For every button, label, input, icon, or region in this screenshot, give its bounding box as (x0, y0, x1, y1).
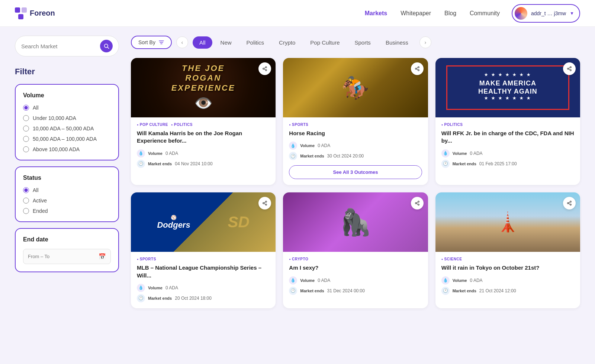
volume-radio-above100k[interactable] (23, 146, 29, 152)
logo-icon (15, 7, 27, 19)
share-icon (415, 66, 420, 71)
content-area: Sort By ‹ All New Politics Crypto Pop Cu… (131, 36, 580, 308)
card-tag: Politics (171, 123, 193, 127)
market-card: ★ ★ ★ ★ ★ ★ ★ MAKE AMERICA HEALTHY AGAIN… (435, 58, 580, 185)
header: Foreon Markets Whitepaper Blog Community… (0, 0, 595, 27)
search-button[interactable] (100, 40, 113, 52)
card-tags: Politics (441, 123, 574, 127)
card-tags: Science (441, 257, 574, 261)
category-tabs: All New Politics Crypto Pop Culture Spor… (193, 36, 415, 49)
volume-radio-under10k[interactable] (23, 115, 29, 121)
market-card: 🗼 Science Will it rain in Tokyo on (435, 192, 580, 308)
card-meta: 💧 Volume 0 ADA 🕐 Market ends 01 Feb 2025… (441, 149, 574, 168)
svg-line-11 (264, 69, 266, 70)
main-layout: Filter Volume All Under 10,000 ADA 10,00… (0, 27, 595, 317)
share-icon (262, 66, 267, 71)
volume-filter: Volume All Under 10,000 ADA 10,000 ADA –… (15, 84, 119, 160)
tab-all[interactable]: All (193, 36, 212, 49)
card-image: THE JOEROGANEXPERIENCE 👁️ (131, 58, 276, 117)
share-icon (567, 201, 572, 206)
nav-whitepaper[interactable]: Whitepaper (401, 10, 431, 17)
volume-icon: 💧 (441, 149, 450, 157)
category-prev-button[interactable]: ‹ (176, 36, 188, 48)
end-date-input[interactable] (28, 254, 96, 259)
status-radio-active[interactable] (23, 198, 29, 204)
search-input[interactable] (21, 43, 97, 49)
svg-line-37 (569, 202, 570, 203)
card-title: Will Kamala Harris be on the Joe Rogan E… (137, 130, 270, 145)
card-tag: Politics (441, 123, 463, 127)
volume-icon: 💧 (137, 284, 145, 292)
market-card: THE JOEROGANEXPERIENCE 👁️ (131, 58, 276, 185)
meta-market-ends: 🕐 Market ends 30 Oct 2024 20:00 (289, 152, 422, 160)
card-body: Pop Culture Politics Will Kamala Harris … (131, 117, 276, 174)
svg-line-26 (264, 204, 266, 204)
status-radio-all[interactable] (23, 187, 29, 193)
share-icon (415, 201, 420, 206)
market-cards-grid: THE JOEROGANEXPERIENCE 👁️ (131, 58, 580, 308)
card-title: Will RFK Jr. be in charge of the CDC, FD… (441, 130, 574, 145)
volume-radio-all[interactable] (23, 105, 29, 111)
nav-community[interactable]: Community (470, 10, 500, 17)
volume-option-all[interactable]: All (23, 105, 111, 111)
svg-rect-1 (22, 7, 27, 13)
svg-line-21 (569, 69, 570, 70)
status-filter: Status All Active Ended (15, 166, 119, 222)
nav-blog[interactable]: Blog (444, 10, 456, 17)
status-option-active[interactable]: Active (23, 198, 111, 204)
svg-rect-0 (15, 7, 20, 13)
meta-market-ends: 🕐 Market ends 01 Feb 2025 17:00 (441, 160, 574, 168)
logo[interactable]: Foreon (15, 7, 55, 19)
card-tags: Crypto (289, 257, 422, 261)
card-image: ⚾ Dodgers SD (131, 192, 276, 252)
card-meta: 💧 Volume 0 ADA 🕐 Market ends 21 Oct 2024… (441, 276, 574, 295)
volume-radio-group: All Under 10,000 ADA 10,000 ADA – 50,000… (23, 105, 111, 152)
volume-icon: 💧 (289, 142, 297, 150)
maha-stars-bottom: ★ ★ ★ ★ ★ ★ ★ (455, 96, 561, 101)
card-tag: Sports (289, 123, 308, 127)
volume-icon: 💧 (137, 149, 145, 157)
clock-icon: 🕐 (289, 287, 297, 295)
tab-business[interactable]: Business (379, 36, 415, 49)
volume-radio-10k50k[interactable] (23, 126, 29, 131)
meta-volume: 💧 Volume 0 ADA (441, 276, 574, 285)
tab-politics[interactable]: Politics (240, 36, 271, 49)
meta-volume: 💧 Volume 0 ADA (441, 149, 574, 157)
tab-crypto[interactable]: Crypto (272, 36, 302, 49)
svg-line-16 (416, 69, 418, 70)
volume-radio-50k100k[interactable] (23, 136, 29, 142)
category-next-button[interactable]: › (419, 36, 431, 48)
wallet-button[interactable]: addr_t … j3mw ▼ (512, 4, 580, 23)
card-tags: Sports (137, 257, 270, 261)
search-bar (15, 36, 119, 56)
status-radio-ended[interactable] (23, 208, 29, 214)
status-option-all[interactable]: All (23, 187, 111, 193)
card-meta: 💧 Volume 0 ADA 🕐 Market ends 20 Oct 2024… (137, 284, 270, 302)
logo-text: Foreon (30, 9, 55, 17)
volume-option-50k-100k[interactable]: 50,000 ADA – 100,000 ADA (23, 136, 111, 142)
card-meta: 💧 Volume 0 ADA 🕐 Market ends 04 Nov 2024… (137, 149, 270, 168)
svg-rect-2 (18, 14, 23, 19)
share-button[interactable] (411, 197, 424, 209)
calendar-icon[interactable]: 📅 (99, 253, 106, 260)
see-outcomes-button[interactable]: See All 3 Outcomes (289, 165, 422, 179)
share-button[interactable] (563, 62, 576, 75)
market-card: 🏇 Sports Horse Racing (283, 58, 428, 185)
market-card: 🦍 Crypto Am I sexy? (283, 192, 428, 308)
status-option-ended[interactable]: Ended (23, 208, 111, 214)
volume-option-10k-50k[interactable]: 10,000 ADA – 50,000 ADA (23, 126, 111, 131)
volume-option-above100k[interactable]: Above 100,000 ADA (23, 146, 111, 152)
card-body: Crypto Am I sexy? 💧 Volume 0 ADA 🕐 Marke… (283, 252, 428, 300)
svg-line-12 (264, 68, 266, 68)
tab-sports[interactable]: Sports (348, 36, 377, 49)
share-button[interactable] (563, 197, 576, 209)
volume-option-under10k[interactable]: Under 10,000 ADA (23, 115, 111, 121)
tab-pop-culture[interactable]: Pop Culture (303, 36, 346, 49)
sort-button[interactable]: Sort By (131, 36, 172, 49)
share-button[interactable] (411, 62, 424, 75)
tab-new[interactable]: New (214, 36, 238, 49)
status-radio-group: All Active Ended (23, 187, 111, 214)
nav-markets[interactable]: Markets (365, 10, 387, 17)
svg-line-22 (569, 68, 570, 68)
meta-volume: 💧 Volume 0 ADA (137, 149, 270, 157)
